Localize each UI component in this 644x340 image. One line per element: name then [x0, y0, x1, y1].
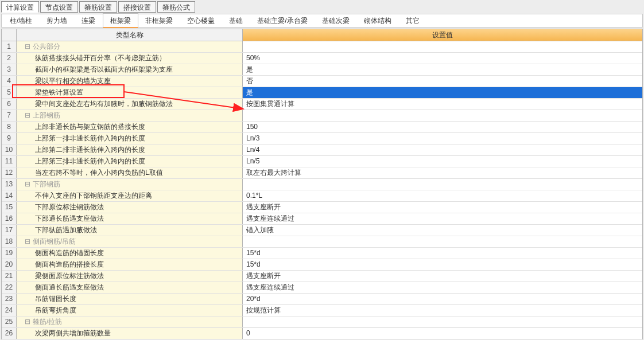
sub-tab-nonframe-beam[interactable]: 非框架梁	[138, 14, 180, 28]
row-value-cell[interactable]: Ln/3	[243, 133, 642, 144]
sub-tab-masonry[interactable]: 砌体结构	[357, 14, 399, 28]
sub-tab-hollow-slab[interactable]: 空心楼盖	[180, 14, 222, 28]
collapse-icon[interactable]: ⊟	[25, 239, 30, 245]
row-number: 4	[2, 76, 17, 87]
row-name-cell: 梁侧面原位标注筋做法	[17, 271, 243, 282]
table-row[interactable]: 19侧面构造筋的锚固长度15*d	[2, 248, 642, 259]
row-value-cell[interactable]: 锚入加腋	[243, 225, 642, 236]
row-name-label: 上部钢筋	[33, 110, 60, 121]
table-row[interactable]: 12当左右跨不等时，伸入小跨内负筋的L取值取左右最大跨计算	[2, 167, 642, 179]
row-value-cell[interactable]: 遇支座断开	[243, 202, 642, 213]
row-name-label: 吊筋弯折角度	[35, 305, 76, 316]
row-value-cell[interactable]	[243, 236, 642, 247]
row-name-cell: 上部非通长筋与架立钢筋的搭接长度	[17, 122, 243, 132]
row-value-cell[interactable]: 0.1*L	[243, 190, 642, 201]
sub-tab-other[interactable]: 其它	[399, 14, 427, 28]
row-value-cell[interactable]: 20*d	[243, 294, 642, 304]
table-row[interactable]: 1⊟公共部分	[2, 41, 642, 53]
row-value-cell[interactable]: 15*d	[243, 259, 642, 270]
row-name-label: 梁侧面原位标注筋做法	[35, 271, 104, 282]
row-number: 22	[2, 282, 17, 293]
table-row[interactable]: 10上部第二排非通长筋伸入跨内的长度Ln/4	[2, 144, 642, 156]
collapse-icon[interactable]: ⊟	[25, 182, 30, 187]
table-row[interactable]: 18⊟侧面钢筋/吊筋	[2, 236, 642, 248]
sub-tab-foundation[interactable]: 基础	[222, 14, 250, 28]
row-name-cell: 梁中间支座处左右均有加腋时，加腋钢筋做法	[17, 99, 243, 110]
table-row[interactable]: 23吊筋锚固长度20*d	[2, 294, 642, 305]
row-number: 25	[2, 316, 17, 327]
collapse-icon[interactable]: ⊟	[25, 113, 30, 119]
sub-tab-frame-beam[interactable]: 框架梁	[103, 13, 138, 28]
row-name-label: 下部原位标注钢筋做法	[35, 202, 104, 213]
row-value-cell[interactable]	[243, 316, 642, 327]
row-value-cell[interactable]: 遇支座连续通过	[243, 213, 642, 224]
table-row[interactable]: 20侧面构造筋的搭接长度15*d	[2, 259, 642, 271]
table-row[interactable]: 13⊟下部钢筋	[2, 179, 642, 190]
row-value-cell[interactable]	[243, 41, 642, 52]
table-row[interactable]: 15下部原位标注钢筋做法遇支座断开	[2, 202, 642, 213]
row-value-cell[interactable]: 15*d	[243, 248, 642, 259]
row-number: 26	[2, 328, 17, 339]
row-name-label: 公共部分	[33, 41, 60, 52]
table-row[interactable]: 11上部第三排非通长筋伸入跨内的长度Ln/5	[2, 156, 642, 167]
top-tab-lap[interactable]: 搭接设置	[118, 1, 156, 13]
table-row[interactable]: 16下部通长筋遇支座做法遇支座连续通过	[2, 213, 642, 225]
row-value-cell[interactable]	[243, 110, 642, 121]
table-row[interactable]: 14不伸入支座的下部钢筋距支座边的距离0.1*L	[2, 190, 642, 202]
row-number: 10	[2, 144, 17, 155]
row-name-cell: ⊟下部钢筋	[17, 179, 243, 190]
table-row[interactable]: 24吊筋弯折角度按规范计算	[2, 305, 642, 316]
row-name-label: 下部通长筋遇支座做法	[35, 213, 104, 224]
row-value-cell[interactable]: 取左右最大跨计算	[243, 167, 642, 178]
row-name-cell: 侧面构造筋的锚固长度	[17, 248, 243, 259]
row-number: 6	[2, 99, 17, 110]
top-tab-stirrup[interactable]: 箍筋设置	[79, 1, 117, 13]
row-value-cell[interactable]: 否	[243, 76, 642, 87]
table-row[interactable]: 8上部非通长筋与架立钢筋的搭接长度150	[2, 122, 642, 133]
table-row[interactable]: 22侧面通长筋遇支座做法遇支座连续通过	[2, 282, 642, 294]
table-row[interactable]: 6梁中间支座处左右均有加腋时，加腋钢筋做法按图集贯通计算	[2, 99, 642, 110]
row-value-cell[interactable]: 150	[243, 122, 642, 132]
row-number: 14	[2, 190, 17, 201]
row-name-label: 上部第一排非通长筋伸入跨内的长度	[35, 133, 145, 144]
table-row[interactable]: 2纵筋搭接接头错开百分率（不考虑架立筋）50%	[2, 53, 642, 64]
top-tab-calc[interactable]: 计算设置	[1, 1, 39, 13]
table-row[interactable]: 4梁以平行相交的墙为支座否	[2, 76, 642, 87]
sub-tab-foundation-main[interactable]: 基础主梁/承台梁	[250, 14, 315, 28]
collapse-icon[interactable]: ⊟	[25, 44, 30, 50]
row-value-cell[interactable]: 是	[243, 64, 642, 75]
collapse-icon[interactable]: ⊟	[25, 319, 30, 325]
row-value-cell[interactable]: 50%	[243, 53, 642, 64]
table-row[interactable]: 26次梁两侧共增加箍筋数量0	[2, 328, 642, 339]
row-value-cell[interactable]: 是	[243, 87, 642, 98]
row-name-label: 不伸入支座的下部钢筋距支座边的距离	[35, 190, 152, 201]
table-row[interactable]: 3截面小的框架梁是否以截面大的框架梁为支座是	[2, 64, 642, 76]
row-value-cell[interactable]: Ln/5	[243, 156, 642, 167]
table-row[interactable]: 9上部第一排非通长筋伸入跨内的长度Ln/3	[2, 133, 642, 144]
row-value-cell[interactable]: 遇支座断开	[243, 271, 642, 282]
sub-tab-conn-beam[interactable]: 连梁	[75, 14, 103, 28]
row-value-cell[interactable]: Ln/4	[243, 144, 642, 155]
table-row[interactable]: 21梁侧面原位标注筋做法遇支座断开	[2, 271, 642, 282]
row-number: 13	[2, 179, 17, 190]
table-row[interactable]: 17下部纵筋遇加腋做法锚入加腋	[2, 225, 642, 236]
row-value-cell[interactable]	[243, 179, 642, 190]
sub-tab-shear-wall[interactable]: 剪力墙	[40, 14, 75, 28]
row-name-label: 吊筋锚固长度	[35, 294, 76, 304]
sub-tab-foundation-sec[interactable]: 基础次梁	[315, 14, 357, 28]
sub-tab-col-wall[interactable]: 柱/墙柱	[3, 14, 40, 28]
table-row[interactable]: 5梁垫铁计算设置是	[2, 87, 642, 99]
row-value-cell[interactable]: 按图集贯通计算	[243, 99, 642, 110]
row-value-cell[interactable]: 按规范计算	[243, 305, 642, 316]
row-name-cell: 不伸入支座的下部钢筋距支座边的距离	[17, 190, 243, 201]
top-tab-node[interactable]: 节点设置	[40, 1, 78, 13]
top-tab-formula[interactable]: 箍筋公式	[157, 1, 195, 13]
row-value-cell[interactable]: 0	[243, 328, 642, 339]
table-row[interactable]: 7⊟上部钢筋	[2, 110, 642, 122]
row-number: 17	[2, 225, 17, 236]
top-tab-bar: 计算设置 节点设置 箍筋设置 搭接设置 箍筋公式	[0, 0, 644, 13]
row-name-cell: 当左右跨不等时，伸入小跨内负筋的L取值	[17, 167, 243, 178]
table-row[interactable]: 25⊟箍筋/拉筋	[2, 316, 642, 328]
row-number: 23	[2, 294, 17, 304]
row-value-cell[interactable]: 遇支座连续通过	[243, 282, 642, 293]
